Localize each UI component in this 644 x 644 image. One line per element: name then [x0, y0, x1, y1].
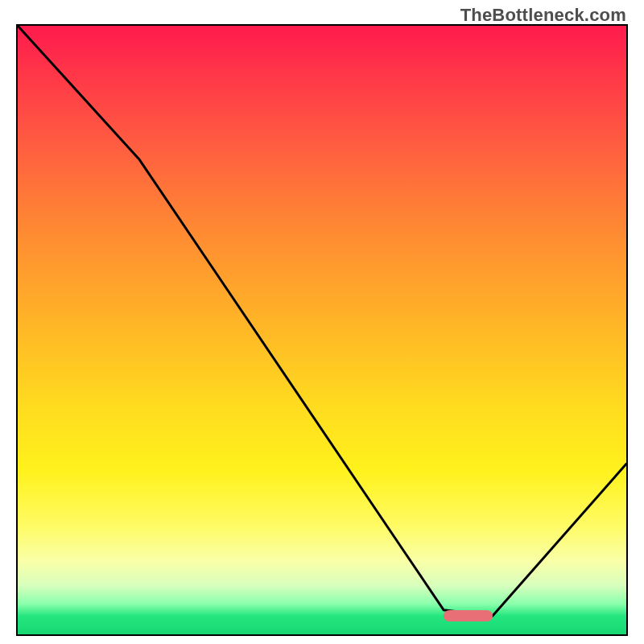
optimal-range-marker: [444, 610, 492, 621]
attribution-text: TheBottleneck.com: [460, 5, 626, 26]
bottleneck-curve: [18, 26, 626, 634]
chart-frame: [16, 24, 628, 636]
bottleneck-curve-path: [18, 26, 626, 616]
